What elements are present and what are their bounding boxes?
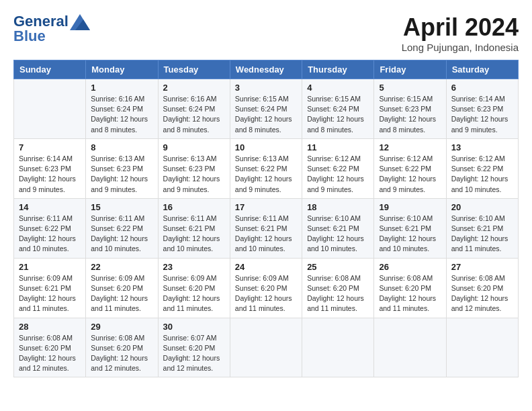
day-info: Sunrise: 6:14 AM Sunset: 6:23 PM Dayligh…: [19, 154, 81, 195]
calendar-cell: 2Sunrise: 6:16 AM Sunset: 6:24 PM Daylig…: [158, 79, 230, 139]
calendar-cell: 7Sunrise: 6:14 AM Sunset: 6:23 PM Daylig…: [14, 138, 86, 198]
day-number: 10: [235, 142, 297, 152]
calendar-table: SundayMondayTuesdayWednesdayThursdayFrid…: [13, 60, 519, 377]
day-info: Sunrise: 6:11 AM Sunset: 6:21 PM Dayligh…: [235, 214, 297, 255]
calendar-cell: 17Sunrise: 6:11 AM Sunset: 6:21 PM Dayli…: [230, 198, 302, 258]
column-header-friday: Friday: [374, 60, 446, 79]
day-number: 18: [307, 202, 369, 212]
calendar-cell: 5Sunrise: 6:15 AM Sunset: 6:23 PM Daylig…: [374, 79, 446, 139]
day-info: Sunrise: 6:11 AM Sunset: 6:21 PM Dayligh…: [163, 214, 225, 255]
logo: General Blue: [13, 13, 90, 45]
day-info: Sunrise: 6:09 AM Sunset: 6:20 PM Dayligh…: [91, 273, 152, 314]
calendar-cell: 27Sunrise: 6:08 AM Sunset: 6:20 PM Dayli…: [446, 258, 518, 318]
calendar-cell: 21Sunrise: 6:09 AM Sunset: 6:21 PM Dayli…: [14, 258, 86, 318]
logo-icon: [70, 14, 90, 30]
day-number: 21: [19, 262, 81, 272]
calendar-cell: 9Sunrise: 6:13 AM Sunset: 6:23 PM Daylig…: [158, 138, 230, 198]
day-number: 1: [91, 83, 152, 93]
day-number: 30: [163, 322, 225, 332]
day-info: Sunrise: 6:12 AM Sunset: 6:22 PM Dayligh…: [307, 154, 369, 195]
day-number: 7: [19, 142, 81, 152]
day-info: Sunrise: 6:13 AM Sunset: 6:23 PM Dayligh…: [163, 154, 225, 195]
day-info: Sunrise: 6:15 AM Sunset: 6:23 PM Dayligh…: [379, 94, 441, 135]
calendar-cell: 6Sunrise: 6:14 AM Sunset: 6:23 PM Daylig…: [446, 79, 518, 139]
calendar-cell: 26Sunrise: 6:08 AM Sunset: 6:20 PM Dayli…: [374, 258, 446, 318]
week-row-1: 1Sunrise: 6:16 AM Sunset: 6:24 PM Daylig…: [14, 79, 519, 139]
calendar-cell: 11Sunrise: 6:12 AM Sunset: 6:22 PM Dayli…: [302, 138, 374, 198]
day-info: Sunrise: 6:14 AM Sunset: 6:23 PM Dayligh…: [451, 94, 513, 135]
column-header-tuesday: Tuesday: [158, 60, 230, 79]
day-number: 14: [19, 202, 81, 212]
day-number: 11: [307, 142, 369, 152]
calendar-cell: [302, 318, 374, 377]
day-info: Sunrise: 6:16 AM Sunset: 6:24 PM Dayligh…: [91, 94, 152, 135]
calendar-cell: [446, 318, 518, 377]
day-number: 27: [451, 262, 513, 272]
calendar-cell: 10Sunrise: 6:13 AM Sunset: 6:22 PM Dayli…: [230, 138, 302, 198]
calendar-cell: 19Sunrise: 6:10 AM Sunset: 6:21 PM Dayli…: [374, 198, 446, 258]
calendar-cell: 20Sunrise: 6:10 AM Sunset: 6:21 PM Dayli…: [446, 198, 518, 258]
day-number: 6: [451, 83, 513, 93]
day-info: Sunrise: 6:10 AM Sunset: 6:21 PM Dayligh…: [451, 214, 513, 255]
calendar-cell: 12Sunrise: 6:12 AM Sunset: 6:22 PM Dayli…: [374, 138, 446, 198]
day-number: 26: [379, 262, 441, 272]
calendar-cell: 4Sunrise: 6:15 AM Sunset: 6:24 PM Daylig…: [302, 79, 374, 139]
calendar-cell: 13Sunrise: 6:12 AM Sunset: 6:22 PM Dayli…: [446, 138, 518, 198]
calendar-cell: [230, 318, 302, 377]
day-number: 15: [91, 202, 152, 212]
day-number: 19: [379, 202, 441, 212]
day-number: 13: [451, 142, 513, 152]
calendar-header-row: SundayMondayTuesdayWednesdayThursdayFrid…: [14, 60, 519, 79]
day-info: Sunrise: 6:12 AM Sunset: 6:22 PM Dayligh…: [451, 154, 513, 195]
calendar-cell: 14Sunrise: 6:11 AM Sunset: 6:22 PM Dayli…: [14, 198, 86, 258]
calendar-cell: 22Sunrise: 6:09 AM Sunset: 6:20 PM Dayli…: [86, 258, 158, 318]
day-info: Sunrise: 6:08 AM Sunset: 6:20 PM Dayligh…: [19, 333, 81, 374]
day-info: Sunrise: 6:09 AM Sunset: 6:20 PM Dayligh…: [163, 273, 225, 314]
location: Long Pujungan, Indonesia: [402, 42, 519, 53]
calendar-cell: [374, 318, 446, 377]
day-info: Sunrise: 6:11 AM Sunset: 6:22 PM Dayligh…: [19, 214, 81, 255]
day-number: 4: [307, 83, 369, 93]
calendar-cell: 30Sunrise: 6:07 AM Sunset: 6:20 PM Dayli…: [158, 318, 230, 377]
day-number: 16: [163, 202, 225, 212]
day-number: 12: [379, 142, 441, 152]
day-info: Sunrise: 6:09 AM Sunset: 6:21 PM Dayligh…: [19, 273, 81, 314]
day-info: Sunrise: 6:13 AM Sunset: 6:23 PM Dayligh…: [91, 154, 152, 195]
week-row-3: 14Sunrise: 6:11 AM Sunset: 6:22 PM Dayli…: [14, 198, 519, 258]
calendar-cell: 28Sunrise: 6:08 AM Sunset: 6:20 PM Dayli…: [14, 318, 86, 377]
column-header-saturday: Saturday: [446, 60, 518, 79]
calendar-cell: 8Sunrise: 6:13 AM Sunset: 6:23 PM Daylig…: [86, 138, 158, 198]
calendar-cell: 24Sunrise: 6:09 AM Sunset: 6:20 PM Dayli…: [230, 258, 302, 318]
calendar-cell: 29Sunrise: 6:08 AM Sunset: 6:20 PM Dayli…: [86, 318, 158, 377]
week-row-2: 7Sunrise: 6:14 AM Sunset: 6:23 PM Daylig…: [14, 138, 519, 198]
week-row-5: 28Sunrise: 6:08 AM Sunset: 6:20 PM Dayli…: [14, 318, 519, 377]
calendar-cell: 25Sunrise: 6:08 AM Sunset: 6:20 PM Dayli…: [302, 258, 374, 318]
calendar-cell: 18Sunrise: 6:10 AM Sunset: 6:21 PM Dayli…: [302, 198, 374, 258]
week-row-4: 21Sunrise: 6:09 AM Sunset: 6:21 PM Dayli…: [14, 258, 519, 318]
month-title: April 2024: [402, 13, 519, 42]
day-number: 2: [163, 83, 225, 93]
day-info: Sunrise: 6:08 AM Sunset: 6:20 PM Dayligh…: [307, 273, 369, 314]
day-number: 28: [19, 322, 81, 332]
page-header: General Blue April 2024 Long Pujungan, I…: [13, 13, 519, 53]
calendar-cell: 15Sunrise: 6:11 AM Sunset: 6:22 PM Dayli…: [86, 198, 158, 258]
day-number: 23: [163, 262, 225, 272]
day-info: Sunrise: 6:10 AM Sunset: 6:21 PM Dayligh…: [307, 214, 369, 255]
day-info: Sunrise: 6:08 AM Sunset: 6:20 PM Dayligh…: [451, 273, 513, 314]
day-info: Sunrise: 6:10 AM Sunset: 6:21 PM Dayligh…: [379, 214, 441, 255]
day-info: Sunrise: 6:13 AM Sunset: 6:22 PM Dayligh…: [235, 154, 297, 195]
day-info: Sunrise: 6:09 AM Sunset: 6:20 PM Dayligh…: [235, 273, 297, 314]
day-info: Sunrise: 6:08 AM Sunset: 6:20 PM Dayligh…: [91, 333, 152, 374]
calendar-cell: 23Sunrise: 6:09 AM Sunset: 6:20 PM Dayli…: [158, 258, 230, 318]
day-info: Sunrise: 6:11 AM Sunset: 6:22 PM Dayligh…: [91, 214, 152, 255]
title-block: April 2024 Long Pujungan, Indonesia: [402, 13, 519, 53]
calendar-cell: 1Sunrise: 6:16 AM Sunset: 6:24 PM Daylig…: [86, 79, 158, 139]
day-number: 9: [163, 142, 225, 152]
day-number: 5: [379, 83, 441, 93]
day-number: 22: [91, 262, 152, 272]
day-number: 20: [451, 202, 513, 212]
calendar-cell: 16Sunrise: 6:11 AM Sunset: 6:21 PM Dayli…: [158, 198, 230, 258]
column-header-monday: Monday: [86, 60, 158, 79]
day-info: Sunrise: 6:15 AM Sunset: 6:24 PM Dayligh…: [307, 94, 369, 135]
calendar-cell: [14, 79, 86, 139]
